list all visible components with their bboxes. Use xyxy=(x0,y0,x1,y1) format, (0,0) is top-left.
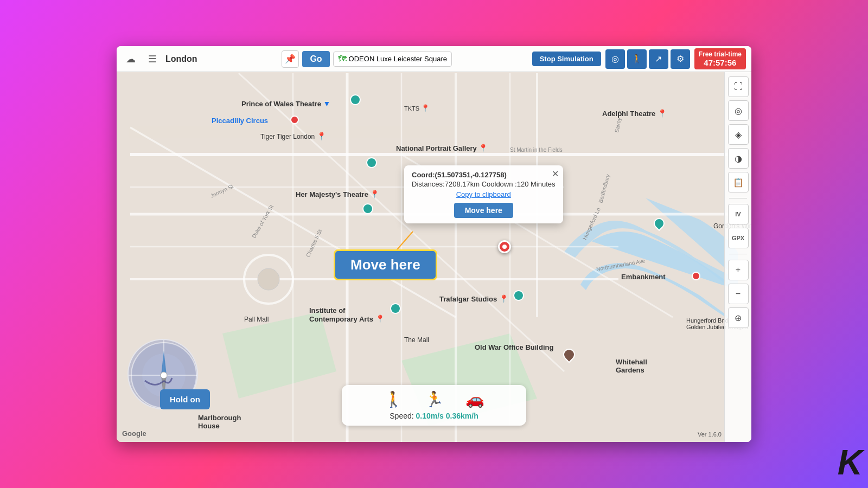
version-label: Ver 1.6.0 xyxy=(698,431,722,438)
route-rs-btn[interactable]: ◈ xyxy=(728,124,749,145)
move-here-big-button[interactable]: Move here xyxy=(334,249,437,280)
rs-divider2 xyxy=(729,254,747,254)
city-name: London xyxy=(165,54,197,64)
export-button[interactable]: ↗ xyxy=(649,49,668,69)
toolbar: ☁ ☰ London 📌 Go 🗺 ODEON Luxe Leicester S… xyxy=(117,46,751,72)
copy-to-clipboard-link[interactable]: Copy to clipboard xyxy=(412,190,556,198)
speed-icons: 🚶 🏃 🚗 xyxy=(384,390,484,408)
gordons-marker xyxy=(654,218,665,232)
zoom-out-rs-btn[interactable]: − xyxy=(728,284,749,304)
right-sidebar: ⛶ ◎ ◈ ◑ 📋 IV GPX + − ⊕ xyxy=(724,72,751,442)
popup-coord-text: Coord:(51.507351,-0.127758) xyxy=(412,171,556,179)
destination-label: 🗺 ODEON Luxe Leicester Square xyxy=(333,52,452,67)
contrast-rs-btn[interactable]: ◑ xyxy=(728,148,749,169)
app-window: Jermyn St Duke of York St Charles II St … xyxy=(117,46,751,442)
pin-icon-btn[interactable]: 📌 xyxy=(282,50,299,68)
location2-rs-btn[interactable]: ⊕ xyxy=(728,307,749,328)
marker-ica xyxy=(390,303,401,314)
hold-on-button[interactable]: Hold on xyxy=(160,389,210,409)
cloud-icon-btn[interactable]: ☁ xyxy=(122,50,139,68)
toolbar-right-icons: ◎ 🚶 ↗ ⚙ xyxy=(605,49,690,69)
trial-label: Free trial-time xyxy=(699,50,742,58)
go-button[interactable]: Go xyxy=(302,51,329,67)
marker-trafalgar xyxy=(513,290,524,301)
google-watermark: Google xyxy=(122,429,146,438)
piccadilly-tube-icon xyxy=(290,115,299,126)
speed-text: Speed: 0.10m/s 0.36km/h xyxy=(390,412,478,420)
popup-close-button[interactable]: ✕ xyxy=(552,169,559,179)
marker-portrait xyxy=(366,157,377,168)
embankment-tube-icon xyxy=(692,272,700,282)
destination-text: ODEON Luxe Leicester Square xyxy=(349,55,447,63)
speed-panel: 🚶 🏃 🚗 Speed: 0.10m/s 0.36km/h xyxy=(342,385,526,426)
war-office-marker xyxy=(563,349,575,364)
speed-value: 0.10m/s 0.36km/h xyxy=(416,412,478,420)
walk-icon[interactable]: 🚶 xyxy=(384,390,403,408)
settings-button[interactable]: ⚙ xyxy=(671,49,690,69)
destination-marker xyxy=(498,240,511,253)
rs-divider1 xyxy=(729,198,747,198)
trial-badge: Free trial-time 47:57:56 xyxy=(694,48,746,69)
svg-point-34 xyxy=(161,372,167,378)
coord-popup: ✕ Coord:(51.507351,-0.127758) Distances:… xyxy=(404,165,563,223)
stop-simulation-button[interactable]: Stop Simulation xyxy=(532,52,601,66)
svg-text:St Martin in the Fields: St Martin in the Fields xyxy=(510,147,563,153)
clipboard-rs-btn[interactable]: 📋 xyxy=(728,172,749,192)
marker-hmtheatre xyxy=(362,203,373,214)
map-roads-svg: Jermyn St Duke of York St Charles II St … xyxy=(117,46,751,442)
gpx-rs-btn[interactable]: GPX xyxy=(728,228,749,248)
marker-theatre xyxy=(350,94,361,105)
svg-point-16 xyxy=(258,268,279,290)
move-here-popup-button[interactable]: Move here xyxy=(454,203,513,218)
run-icon[interactable]: 🏃 xyxy=(425,390,444,408)
zoom-in-rs-btn[interactable]: + xyxy=(728,260,749,280)
fullscreen-rs-btn[interactable]: ⛶ xyxy=(728,76,749,97)
popup-dist-text: Distances:7208.17km Cooldown :120 Minute… xyxy=(412,180,556,188)
recenter-button[interactable]: ◎ xyxy=(605,49,625,69)
k-logo: K xyxy=(838,442,863,483)
list-icon-btn[interactable]: ☰ xyxy=(144,50,161,68)
dest-map-icon: 🗺 xyxy=(338,54,347,64)
location-rs-btn[interactable]: ◎ xyxy=(728,100,749,121)
trial-timer: 47:57:56 xyxy=(699,58,742,67)
toolbar-center: 📌 Go 🗺 ODEON Luxe Leicester Square xyxy=(282,50,452,68)
iv-rs-btn[interactable]: IV xyxy=(728,204,749,224)
walk-mode-button[interactable]: 🚶 xyxy=(627,49,647,69)
map-background: Jermyn St Duke of York St Charles II St … xyxy=(117,46,751,442)
drive-icon[interactable]: 🚗 xyxy=(465,390,484,408)
